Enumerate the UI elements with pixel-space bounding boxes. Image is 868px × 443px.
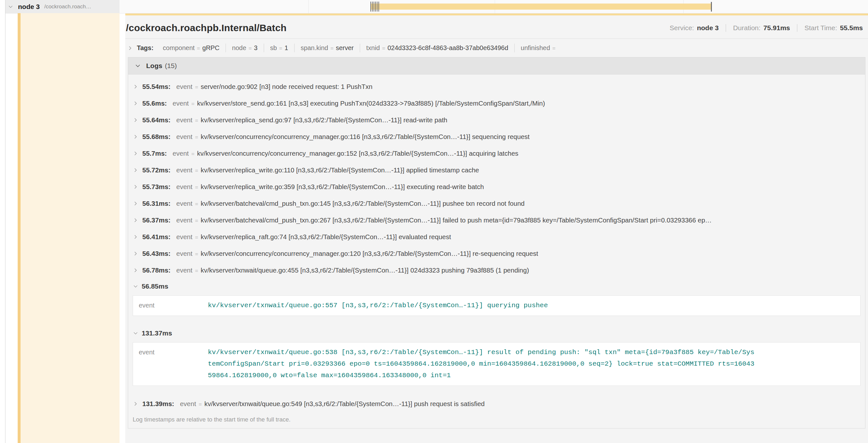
logs-accordian: Logs (15) 55.54ms: event = server/node.g… (128, 57, 865, 429)
log-field-value: kv/kvserver/txnwait/queue.go:455 [n3,s3,… (201, 267, 529, 274)
log-field-value: kv/kvserver/batcheval/cmd_push_txn.go:14… (201, 200, 525, 207)
log-entry-row[interactable]: 55.7ms: event = kv/kvserver/concurrency/… (128, 145, 865, 162)
tag-value: 1 (285, 44, 288, 52)
log-detail-box: event kv/kvserver/txnwait/queue.go:538 [… (133, 342, 861, 386)
log-list: 55.54ms: event = server/node.go:902 [n3]… (128, 74, 865, 412)
log-field-key: event (180, 400, 196, 408)
meta-value: 55.5ms (840, 24, 863, 32)
log-timestamp: 55.7ms: (142, 149, 167, 157)
log-entry-row[interactable]: 55.72ms: event = kv/kvserver/replica_wri… (128, 162, 865, 178)
log-timestamp: 55.72ms: (142, 166, 170, 174)
tag-value: 3 (254, 44, 258, 52)
chevron-right-icon[interactable] (133, 235, 138, 239)
log-entry-expanded: 56.85ms event kv/kvserver/txnwait/queue.… (128, 279, 865, 316)
log-entry-row[interactable]: 56.78ms: event = kv/kvserver/txnwait/que… (128, 262, 865, 279)
chevron-right-icon[interactable] (128, 46, 132, 50)
log-timestamp: 56.41ms: (142, 233, 170, 241)
log-marker-tick (377, 2, 377, 11)
log-field-equals: = (195, 84, 198, 91)
log-entry-row-expanded[interactable]: 56.85ms (128, 279, 865, 294)
log-field-key: event (176, 116, 192, 124)
log-field-value: kv/kvserver/concurrency/concurrency_mana… (201, 133, 530, 141)
log-entry-row[interactable]: 55.54ms: event = server/node.go:902 [n3]… (128, 78, 865, 95)
tag-key: unfinished (521, 44, 550, 52)
log-field-value: kv/kvserver/replica_send.go:97 [n3,s3,r6… (201, 116, 447, 124)
chevron-right-icon[interactable] (133, 402, 138, 406)
log-field-value: kv/kvserver/replica_write.go:359 [n3,s3,… (201, 183, 484, 191)
log-timestamp: 55.68ms: (142, 133, 170, 141)
tag-key: sb (270, 44, 277, 52)
log-marker-tick (374, 2, 374, 11)
log-timestamp: 131.39ms: (142, 400, 174, 408)
chevron-right-icon[interactable] (133, 201, 138, 206)
logs-count: (15) (165, 62, 177, 70)
chevron-right-icon[interactable] (133, 135, 138, 139)
chevron-right-icon[interactable] (133, 251, 138, 256)
log-entry-row[interactable]: 55.68ms: event = kv/kvserver/concurrency… (128, 128, 865, 145)
log-entry-row[interactable]: 131.39ms: event = kv/kvserver/txnwait/qu… (128, 396, 865, 412)
chevron-down-icon[interactable] (135, 63, 141, 68)
meta-label: Start Time: (804, 24, 837, 32)
log-field-equals: = (195, 117, 198, 124)
log-field-equals: = (195, 201, 198, 207)
chevron-down-icon[interactable] (133, 284, 138, 288)
tag-item[interactable]: node=3 (225, 44, 264, 52)
tag-value: server (336, 44, 354, 52)
tags-accordian-toggle[interactable]: Tags: component=gRPC node=3 sb=1 span.ki… (125, 39, 868, 56)
log-field-value: kv/kvserver/store_send.go:161 [n3,s3] ex… (197, 100, 545, 107)
tag-key: span.kind (301, 44, 328, 52)
log-field-key: event (176, 216, 192, 224)
log-entry-row[interactable]: 56.43ms: event = kv/kvserver/concurrency… (128, 245, 865, 262)
span-timeline-cell[interactable]: 75.91ms (120, 0, 868, 13)
log-field-value: kv/kvserver/concurrency/concurrency_mana… (201, 250, 538, 258)
span-detail-header: /cockroach.roachpb.Internal/Batch Servic… (125, 15, 868, 39)
log-timestamp: 55.6ms: (142, 100, 167, 107)
chevron-right-icon[interactable] (133, 84, 138, 89)
log-entry-row[interactable]: 56.41ms: event = kv/kvserver/replica_raf… (128, 229, 865, 245)
span-name-cell[interactable]: node 3 /cockroach.roach… (5, 0, 120, 13)
span-operation-name[interactable]: /cockroach.roach… (44, 3, 91, 10)
chevron-right-icon[interactable] (133, 151, 138, 156)
log-field-value: kv/kvserver/txnwait/queue.go:549 [n3,s3,… (204, 400, 485, 408)
log-timestamp: 56.78ms: (142, 267, 170, 274)
chevron-right-icon[interactable] (133, 218, 138, 223)
tag-item[interactable]: txnid=024d3323-6c8f-4863-aa8b-37ab0e6349… (360, 44, 514, 52)
tag-item[interactable]: unfinished= (514, 44, 564, 52)
log-entry-row[interactable]: 56.31ms: event = kv/kvserver/batcheval/c… (128, 195, 865, 212)
log-timestamp: 56.43ms: (142, 250, 170, 258)
chevron-right-icon[interactable] (133, 118, 138, 122)
chevron-right-icon[interactable] (133, 168, 138, 172)
chevron-down-icon[interactable] (133, 331, 138, 336)
meta-value: 75.91ms (763, 24, 790, 32)
tag-item[interactable]: span.kind=server (294, 44, 360, 52)
chevron-right-icon[interactable] (133, 184, 138, 189)
span-service-name[interactable]: node 3 (18, 3, 40, 10)
log-field-value: kv/kvserver/replica_write.go:110 [n3,s3,… (201, 166, 479, 174)
span-detail-panel: /cockroach.roachpb.Internal/Batch Servic… (125, 13, 868, 443)
log-field-key: event (173, 149, 189, 157)
tag-equals: = (382, 45, 385, 52)
chevron-right-icon[interactable] (133, 101, 138, 106)
log-marker-tick (372, 2, 373, 11)
log-field-key: event (176, 83, 192, 91)
log-entry-row[interactable]: 55.73ms: event = kv/kvserver/replica_wri… (128, 178, 865, 195)
chevron-right-icon[interactable] (133, 268, 138, 273)
log-entry-row-expanded[interactable]: 131.37ms (128, 326, 865, 340)
tag-item[interactable]: sb=1 (264, 44, 294, 52)
tag-item[interactable]: component=gRPC (157, 44, 225, 52)
log-timestamp: 55.73ms: (142, 183, 170, 191)
logs-accordian-toggle[interactable]: Logs (15) (128, 58, 865, 74)
log-field-key: event (176, 183, 192, 191)
tag-key: txnid (366, 44, 380, 52)
log-entry-row[interactable]: 55.6ms: event = kv/kvserver/store_send.g… (128, 95, 865, 112)
tag-key: component (163, 44, 195, 52)
log-field-equals: = (195, 234, 198, 241)
tag-equals: = (249, 45, 252, 52)
log-entry-row[interactable]: 56.37ms: event = kv/kvserver/batcheval/c… (128, 212, 865, 229)
log-field-value: kv/kvserver/batcheval/cmd_push_txn.go:26… (201, 216, 712, 224)
log-field-key: event (176, 200, 192, 207)
log-entry-row[interactable]: 55.64ms: event = kv/kvserver/replica_sen… (128, 112, 865, 128)
log-field-value: kv/kvserver/txnwait/queue.go:538 [n3,s3,… (208, 347, 756, 381)
span-duration-bar[interactable] (370, 3, 712, 10)
chevron-down-icon[interactable] (8, 4, 13, 9)
